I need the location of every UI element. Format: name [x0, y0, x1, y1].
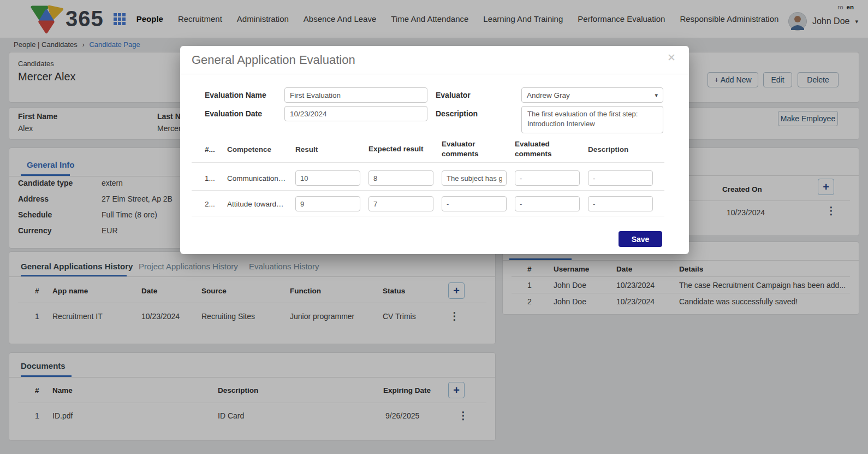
evaluated-comments-input[interactable] [515, 196, 580, 211]
divider [192, 190, 664, 191]
description-textarea[interactable]: The first evaluation of the first step: … [521, 106, 663, 133]
evaluation-row: 2... Attitude towards the job [205, 193, 664, 215]
col-competence: Competence [227, 145, 287, 154]
chevron-down-icon: ▾ [655, 92, 658, 99]
evaluation-date-input[interactable] [284, 106, 427, 121]
general-application-evaluation-modal: General Application Evaluation ✕ Evaluat… [180, 46, 689, 254]
col-evaluator-comments: Evaluator comments [442, 139, 507, 159]
result-input[interactable] [295, 196, 360, 211]
cell-competence: Attitude towards the job [227, 200, 287, 208]
description-label: Description [436, 109, 478, 118]
save-button[interactable]: Save [619, 231, 662, 247]
col-num: #... [205, 145, 219, 154]
col-description: Description [588, 145, 653, 154]
cell-num: 2... [205, 200, 219, 208]
evaluation-row: 1... Communication Skills [205, 167, 664, 189]
col-expected-result: Expected result [368, 144, 433, 154]
description-input[interactable] [588, 170, 653, 186]
close-icon[interactable]: ✕ [667, 51, 676, 64]
modal-header-divider [180, 74, 689, 74]
candidate-page: 365 People Recruitment Administration Ab… [0, 0, 868, 454]
col-result: Result [295, 145, 360, 154]
evaluation-name-label: Evaluation Name [205, 91, 266, 99]
modal-title: General Application Evaluation [192, 53, 355, 67]
col-evaluated-comments: Evaluated comments [515, 139, 580, 159]
evaluation-name-input[interactable] [284, 87, 427, 103]
evaluator-label: Evaluator [436, 91, 471, 99]
divider [192, 216, 664, 216]
expected-result-input[interactable] [368, 170, 433, 186]
evaluator-select[interactable]: Andrew Gray ▾ [521, 87, 663, 103]
evaluation-table-header: #... Competence Result Expected result E… [205, 139, 664, 160]
cell-num: 1... [205, 174, 219, 182]
evaluator-comments-input[interactable] [442, 170, 507, 186]
cell-competence: Communication Skills [227, 174, 287, 182]
description-input[interactable] [588, 196, 653, 211]
expected-result-input[interactable] [368, 196, 433, 211]
evaluator-comments-input[interactable] [442, 196, 507, 211]
result-input[interactable] [295, 170, 360, 186]
evaluated-comments-input[interactable] [515, 170, 580, 186]
divider [192, 162, 664, 163]
evaluation-date-label: Evaluation Date [205, 109, 262, 118]
evaluator-value: Andrew Gray [527, 91, 570, 99]
